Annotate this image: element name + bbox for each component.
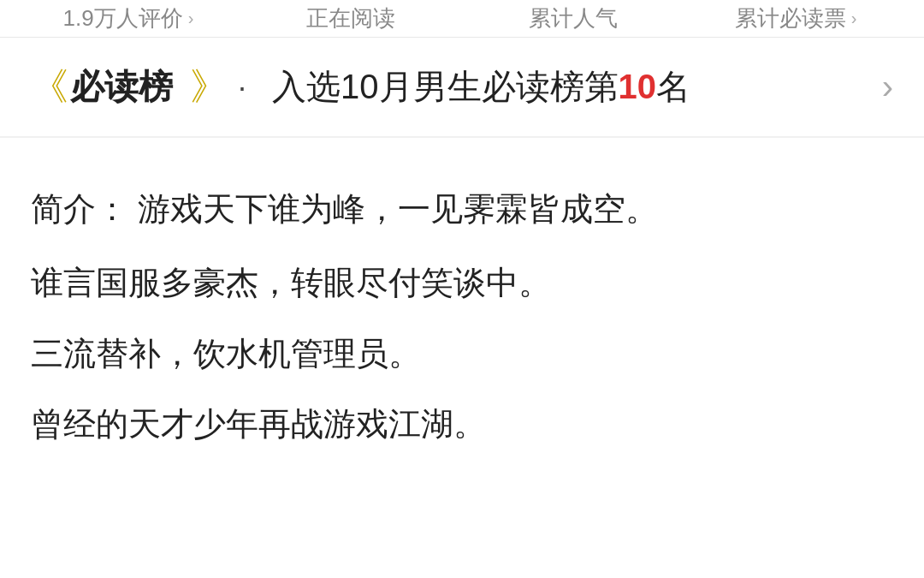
reviews-stat[interactable]: 1.9万人评价 › — [17, 3, 240, 33]
banner-content: 《 必读榜 》 · 入选10月男生必读榜第10名 — [31, 62, 882, 112]
mustread-title: 必读榜 — [70, 63, 173, 110]
popularity-label: 累计人气 — [529, 3, 618, 33]
banner-text-before: 入选10月男生必读榜第 — [272, 68, 619, 105]
mustread-label: 累计必读票 — [735, 3, 846, 33]
mustread-stat[interactable]: 累计必读票 › — [684, 3, 907, 33]
desc-line-1: 简介： 游戏天下谁为峰，一见霁霖皆成空。 — [31, 179, 893, 239]
mustread-chevron: › — [851, 9, 857, 28]
laurel-left-icon: 《 — [31, 62, 67, 112]
mustread-banner[interactable]: 《 必读榜 》 · 入选10月男生必读榜第10名 › — [0, 38, 924, 138]
banner-text-after: 名 — [656, 68, 690, 105]
rank-number: 10 — [619, 68, 657, 105]
reviews-chevron: › — [188, 9, 194, 28]
reading-stat[interactable]: 正在阅读 — [240, 3, 462, 33]
desc-line-2: 谁言国服多豪杰，转眼尽付笑谈中。 — [31, 253, 893, 313]
desc-line-4: 曾经的天才少年再战游戏江湖。 — [31, 394, 893, 454]
desc-line-3: 三流替补，饮水机管理员。 — [31, 324, 893, 384]
book-description: 简介： 游戏天下谁为峰，一见霁霖皆成空。 谁言国服多豪杰，转眼尽付笑谈中。 三流… — [0, 138, 924, 481]
dot-divider: · — [229, 69, 255, 105]
popularity-stat[interactable]: 累计人气 — [462, 3, 684, 33]
banner-chevron-icon: › — [882, 68, 893, 106]
reading-label: 正在阅读 — [306, 3, 395, 33]
banner-description: 入选10月男生必读榜第10名 — [272, 63, 690, 110]
reviews-label: 1.9万人评价 — [63, 3, 183, 33]
stats-bar: 1.9万人评价 › 正在阅读 累计人气 累计必读票 › — [0, 0, 924, 38]
laurel-right-icon: 》 — [190, 62, 226, 112]
